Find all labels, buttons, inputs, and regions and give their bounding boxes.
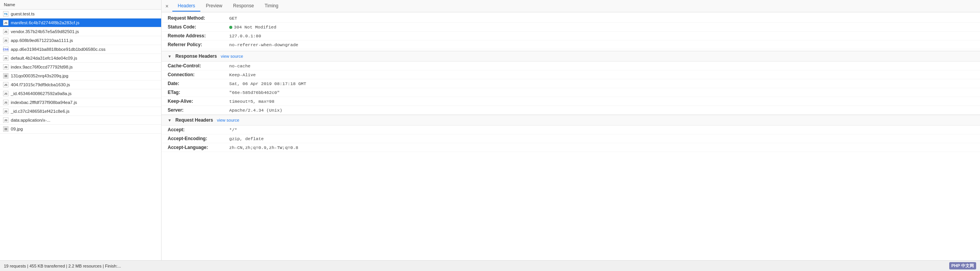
img-file-icon: 🖼 bbox=[3, 126, 8, 132]
js-file-icon: JS bbox=[3, 20, 8, 25]
response-headers-view-source[interactable]: view source bbox=[221, 54, 243, 59]
header-value: Apache/2.4.34 (Unix) bbox=[229, 108, 282, 113]
header-name: Request Method: bbox=[168, 15, 229, 21]
header-value: Keep-Alive bbox=[229, 72, 256, 77]
file-item[interactable]: JSapp.608b9ed6712210aa1111.js bbox=[0, 36, 161, 45]
header-name: Remote Address: bbox=[168, 33, 229, 38]
response-headers-list: Cache-Control:no-cacheConnection:Keep-Al… bbox=[162, 62, 980, 115]
header-value: "66e-585d76bb462c0" bbox=[229, 90, 280, 95]
js-file-icon: JS bbox=[3, 109, 8, 114]
file-name: guest.test.ts bbox=[11, 12, 35, 16]
file-name: 131qo000352nrq43s209q.jpg bbox=[11, 74, 68, 78]
file-name: _id.453464008627592a9a8a.js bbox=[11, 91, 72, 96]
header-value: 304 Not Modified bbox=[229, 25, 276, 30]
response-header-row: Server:Apache/2.4.34 (Unix) bbox=[162, 106, 980, 115]
file-name: app.d6e319841ba8818bbce91db1bd06580c.css bbox=[11, 47, 105, 52]
header-name: Date: bbox=[168, 81, 229, 86]
header-value: GET bbox=[229, 16, 237, 21]
js-file-icon: JS bbox=[3, 100, 8, 105]
response-headers-arrow: ▼ bbox=[168, 54, 172, 59]
right-panel: × HeadersPreviewResponseTiming Request M… bbox=[162, 0, 980, 260]
file-item[interactable]: JS_id.c37c2486581ef421c8e6.js bbox=[0, 107, 161, 116]
general-header-row: Status Code:304 Not Modified bbox=[162, 23, 980, 32]
js-file-icon: JS bbox=[3, 38, 8, 43]
general-headers-section: Request Method:GETStatus Code:304 Not Mo… bbox=[162, 12, 980, 51]
js-file-icon: JS bbox=[3, 91, 8, 96]
request-header-row: Accept-Language:zh-CN,zh;q=0.9,zh-TW;q=0… bbox=[162, 143, 980, 152]
file-item[interactable]: JSvendor.357b24b57e5a59d82501.js bbox=[0, 27, 161, 36]
response-header-row: Keep-Alive:timeout=5, max=98 bbox=[162, 97, 980, 106]
tabs-bar: × HeadersPreviewResponseTiming bbox=[162, 0, 980, 12]
tab-preview[interactable]: Preview bbox=[200, 1, 228, 12]
response-header-row: Date:Sat, 06 Apr 2019 08:17:18 GMT bbox=[162, 79, 980, 88]
request-header-row: Accept:*/* bbox=[162, 125, 980, 134]
header-name: Accept-Language: bbox=[168, 145, 229, 150]
file-item[interactable]: TSguest.test.ts bbox=[0, 10, 161, 18]
header-name: Accept: bbox=[168, 127, 229, 132]
file-item[interactable]: JS404.f71015c79df9dcba1630.js bbox=[0, 80, 161, 89]
file-item[interactable]: JSindex.9acc76f0ccd77792fd98.js bbox=[0, 63, 161, 72]
file-list: TSguest.test.tsJSmanifest.6c4b7d2744f8b2… bbox=[0, 10, 161, 260]
status-bar: 19 requests | 455 KB transferred | 2.2 M… bbox=[0, 260, 980, 271]
js-file-icon: JS bbox=[3, 64, 8, 70]
status-dot bbox=[229, 26, 232, 29]
tab-headers[interactable]: Headers bbox=[172, 1, 200, 12]
request-headers-arrow: ▼ bbox=[168, 118, 172, 122]
header-name: Accept-Encoding: bbox=[168, 136, 229, 141]
request-headers-section-header: ▼ Request Headers view source bbox=[162, 115, 980, 125]
file-item[interactable]: JSmanifest.6c4b7d2744f8b2a283cf.js bbox=[0, 18, 161, 27]
img-file-icon: 🖼 bbox=[3, 73, 8, 79]
request-header-row: Accept-Encoding:gzip, deflate bbox=[162, 134, 980, 143]
general-header-row: Referrer Policy:no-referrer-when-downgra… bbox=[162, 40, 980, 49]
tab-timing[interactable]: Timing bbox=[259, 1, 284, 12]
file-item[interactable]: JS_id.453464008627592a9a8a.js bbox=[0, 89, 161, 98]
files-header: Name bbox=[0, 0, 161, 10]
file-name: indexbac.2fffdf737f908ba94ea7.js bbox=[11, 100, 77, 105]
header-name: ETag: bbox=[168, 90, 229, 95]
response-headers-title: Response Headers bbox=[175, 54, 217, 59]
response-header-row: Connection:Keep-Alive bbox=[162, 70, 980, 79]
response-header-row: Cache-Control:no-cache bbox=[162, 62, 980, 70]
ts-file-icon: TS bbox=[3, 11, 8, 17]
file-item[interactable]: 🖼131qo000352nrq43s209q.jpg bbox=[0, 72, 161, 80]
status-bar-info: 19 requests | 455 KB transferred | 2.2 M… bbox=[4, 264, 121, 268]
status-bar-right: PHP 中文网 bbox=[949, 262, 976, 269]
header-value: Sat, 06 Apr 2019 08:17:18 GMT bbox=[229, 81, 306, 86]
css-file-icon: CSS bbox=[3, 47, 8, 52]
header-value: gzip, deflate bbox=[229, 136, 264, 141]
header-value: */* bbox=[229, 127, 237, 132]
header-name: Status Code: bbox=[168, 24, 229, 30]
file-name: 404.f71015c79df9dcba1630.js bbox=[11, 82, 70, 87]
request-headers-title: Request Headers bbox=[175, 117, 213, 123]
header-name: Server: bbox=[168, 107, 229, 113]
left-panel: Name TSguest.test.tsJSmanifest.6c4b7d274… bbox=[0, 0, 162, 260]
js-file-icon: JS bbox=[3, 55, 8, 61]
header-name: Cache-Control: bbox=[168, 63, 229, 69]
file-item[interactable]: JSdata:application/x-... bbox=[0, 116, 161, 125]
general-header-row: Request Method:GET bbox=[162, 14, 980, 23]
header-name: Referrer Policy: bbox=[168, 42, 229, 47]
headers-content: Request Method:GETStatus Code:304 Not Mo… bbox=[162, 12, 980, 260]
js-file-icon: JS bbox=[3, 117, 8, 123]
file-item[interactable]: CSSapp.d6e319841ba8818bbce91db1bd06580c.… bbox=[0, 45, 161, 54]
js-file-icon: JS bbox=[3, 29, 8, 34]
file-item[interactable]: 🖼09.jpg bbox=[0, 125, 161, 134]
file-name: index.9acc76f0ccd77792fd98.js bbox=[11, 65, 73, 69]
response-header-row: ETag:"66e-585d76bb462c0" bbox=[162, 88, 980, 97]
file-name: vendor.357b24b57e5a59d82501.js bbox=[11, 29, 79, 34]
file-item[interactable]: JSindexbac.2fffdf737f908ba94ea7.js bbox=[0, 98, 161, 107]
js-file-icon: JS bbox=[3, 82, 8, 87]
file-name: _id.c37c2486581ef421c8e6.js bbox=[11, 109, 70, 114]
file-name: 09.jpg bbox=[11, 127, 23, 131]
header-value: zh-CN,zh;q=0.9,zh-TW;q=0.8 bbox=[229, 145, 298, 150]
header-value: no-cache bbox=[229, 64, 250, 69]
header-name: Keep-Alive: bbox=[168, 99, 229, 104]
php-badge[interactable]: PHP 中文网 bbox=[949, 262, 976, 269]
header-name: Connection: bbox=[168, 72, 229, 77]
tab-response[interactable]: Response bbox=[228, 1, 259, 12]
file-name: data:application/x-... bbox=[11, 118, 50, 122]
file-name: default.4b24da31efc14de04c09.js bbox=[11, 56, 77, 60]
request-headers-view-source[interactable]: view source bbox=[217, 118, 239, 122]
file-item[interactable]: JSdefault.4b24da31efc14de04c09.js bbox=[0, 54, 161, 63]
close-tab-button[interactable]: × bbox=[163, 2, 171, 10]
